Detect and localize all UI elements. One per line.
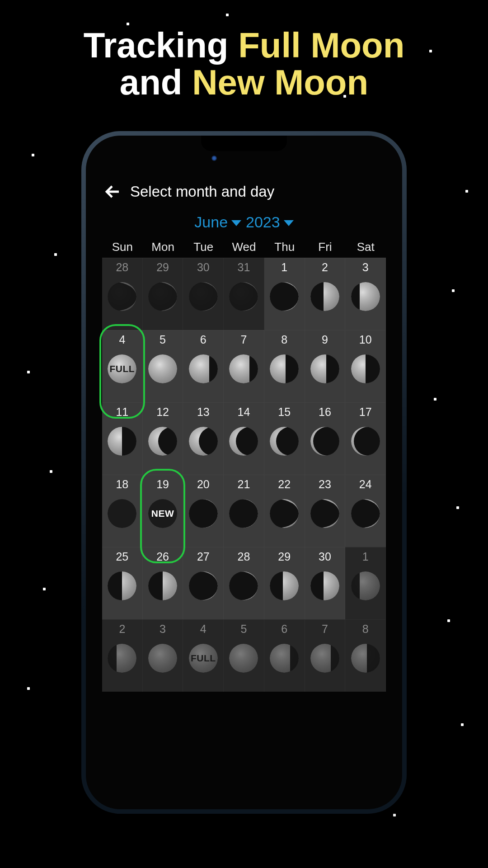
calendar-day[interactable]: 12: [143, 402, 183, 475]
calendar-day[interactable]: 3: [345, 258, 386, 330]
day-number: 10: [359, 333, 372, 346]
calendar-day[interactable]: 2: [102, 619, 143, 692]
moon-phase-icon: [189, 354, 218, 383]
day-number: 8: [281, 333, 287, 346]
full-moon-label: FULL: [191, 653, 216, 664]
calendar-day[interactable]: 30: [183, 258, 224, 330]
moon-phase-icon: [310, 644, 339, 673]
calendar-day[interactable]: 5: [224, 619, 264, 692]
day-number: 1: [362, 550, 369, 563]
calendar-day[interactable]: 21: [224, 475, 264, 547]
calendar-day[interactable]: 30: [305, 547, 346, 619]
day-number: 30: [319, 550, 331, 563]
calendar-day[interactable]: 28: [102, 258, 143, 330]
calendar-day[interactable]: 4FULL: [102, 330, 143, 402]
calendar-day[interactable]: 5: [143, 330, 183, 402]
calendar-day[interactable]: 13: [183, 402, 224, 475]
day-number: 26: [156, 550, 169, 563]
calendar-day[interactable]: 6: [183, 330, 224, 402]
calendar-day[interactable]: 24: [345, 475, 386, 547]
moon-phase-icon: [108, 499, 136, 528]
calendar-day[interactable]: 7: [224, 330, 264, 402]
calendar-day[interactable]: 16: [305, 402, 346, 475]
calendar-day[interactable]: 6: [264, 619, 305, 692]
moon-phase-icon: [148, 644, 177, 673]
day-number: 13: [197, 406, 210, 419]
moon-phase-icon: [351, 282, 380, 311]
day-number: 3: [362, 261, 369, 274]
moon-phase-icon: [148, 427, 177, 456]
moon-phase-icon: [351, 499, 380, 528]
day-number: 19: [156, 478, 169, 491]
calendar-day[interactable]: 8: [264, 330, 305, 402]
day-number: 28: [116, 261, 128, 274]
calendar-day[interactable]: 28: [224, 547, 264, 619]
day-number: 24: [359, 478, 372, 491]
moon-phase-icon: [351, 427, 380, 456]
moon-phase-icon: [229, 571, 258, 600]
day-number: 11: [116, 406, 128, 419]
calendar-day[interactable]: 17: [345, 402, 386, 475]
moon-phase-icon: [351, 644, 380, 673]
moon-phase-icon: [270, 499, 299, 528]
moon-phase-icon: [270, 571, 299, 600]
calendar-day[interactable]: 1: [264, 258, 305, 330]
day-number: 6: [200, 333, 206, 346]
day-number: 5: [241, 623, 247, 636]
calendar-day[interactable]: 29: [143, 258, 183, 330]
calendar-day[interactable]: 26: [143, 547, 183, 619]
calendar-day[interactable]: 2: [305, 258, 346, 330]
moon-phase-icon: [351, 354, 380, 383]
weekday-label: Wed: [224, 240, 264, 254]
moon-phase-icon: [108, 644, 136, 673]
calendar-day[interactable]: 29: [264, 547, 305, 619]
day-number: 9: [322, 333, 328, 346]
new-moon-label: NEW: [151, 508, 174, 519]
back-button[interactable]: [102, 182, 122, 202]
calendar-day[interactable]: 20: [183, 475, 224, 547]
day-number: 30: [197, 261, 210, 274]
month-label: June: [194, 213, 228, 231]
moon-phase-icon: [108, 282, 136, 311]
year-label: 2023: [246, 213, 280, 231]
moon-phase-icon: [229, 499, 258, 528]
day-number: 7: [322, 623, 328, 636]
calendar-day[interactable]: 9: [305, 330, 346, 402]
day-number: 6: [281, 623, 287, 636]
calendar-day[interactable]: 18: [102, 475, 143, 547]
calendar-day[interactable]: 14: [224, 402, 264, 475]
chevron-down-icon: [231, 220, 241, 226]
day-number: 22: [278, 478, 291, 491]
moon-phase-icon: [108, 571, 136, 600]
moon-phase-icon: [270, 644, 299, 673]
calendar-day[interactable]: 27: [183, 547, 224, 619]
calendar-day[interactable]: 7: [305, 619, 346, 692]
calendar-day[interactable]: 10: [345, 330, 386, 402]
full-moon-label: FULL: [110, 363, 135, 374]
calendar-day[interactable]: 11: [102, 402, 143, 475]
moon-phase-icon: [148, 571, 177, 600]
calendar-day[interactable]: 15: [264, 402, 305, 475]
calendar-day[interactable]: 22: [264, 475, 305, 547]
weekday-label: Thu: [264, 240, 305, 254]
calendar-day[interactable]: 3: [143, 619, 183, 692]
day-number: 29: [156, 261, 169, 274]
moon-phase-icon: [189, 427, 218, 456]
day-number: 12: [156, 406, 169, 419]
month-select[interactable]: June: [194, 213, 241, 231]
phone-notch: [201, 136, 287, 151]
year-select[interactable]: 2023: [246, 213, 294, 231]
day-number: 8: [362, 623, 369, 636]
weekday-label: Tue: [183, 240, 224, 254]
calendar-day[interactable]: 1: [345, 547, 386, 619]
calendar-day[interactable]: 25: [102, 547, 143, 619]
moon-phase-icon: [310, 427, 339, 456]
calendar-day[interactable]: 31: [224, 258, 264, 330]
screen-title: Select month and day: [130, 183, 274, 200]
day-number: 4: [200, 623, 206, 636]
weekday-label: Fri: [305, 240, 346, 254]
calendar-day[interactable]: 19NEW: [143, 475, 183, 547]
calendar-day[interactable]: 4FULL: [183, 619, 224, 692]
calendar-day[interactable]: 23: [305, 475, 346, 547]
calendar-day[interactable]: 8: [345, 619, 386, 692]
